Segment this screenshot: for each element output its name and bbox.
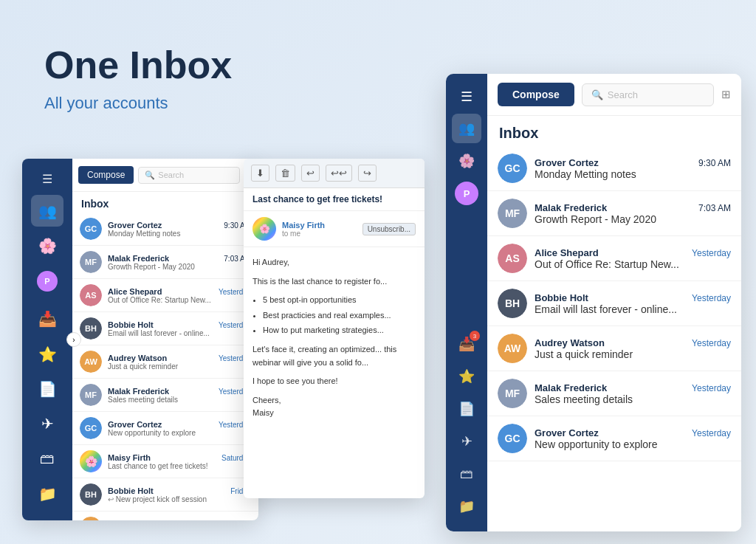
forward-button[interactable]: ↪ — [358, 165, 377, 182]
trash-button[interactable]: 🗑 — [275, 165, 295, 182]
flower-icon: 🌸 — [38, 237, 57, 255]
email-item-small[interactable]: GC Grover Cortez Yesterday New opportuni… — [72, 412, 258, 445]
email-item-large[interactable]: AW Audrey Watson Yesterday Just a quick … — [487, 326, 741, 371]
avatar: AW — [80, 517, 102, 520]
compose-button-small[interactable]: Compose — [78, 166, 134, 184]
sidebar-item-docs-small[interactable]: 📄 — [31, 373, 63, 404]
sidebar-item-flower-small[interactable]: 🌸 — [31, 230, 63, 261]
email-signature: Cheers, Maisy — [252, 394, 416, 420]
search-bar-large[interactable]: 🔍 Search — [582, 83, 714, 106]
reply-all-button[interactable]: ↩↩ — [326, 165, 352, 182]
sidebar-item-box-small[interactable]: 🗃 — [31, 443, 63, 475]
email-item-small[interactable]: GC Grover Cortez 9:30 AM Monday Metting … — [72, 213, 258, 246]
email-item-large[interactable]: MF Malak Frederick Yesterday Sales meeti… — [487, 371, 741, 416]
bullet-item: 5 best opt-in opportunities — [263, 294, 416, 307]
sender-info-mid: Maisy Firth to me — [282, 221, 325, 238]
email-item-large[interactable]: GC Grover Cortez 9:30 AM Monday Metting … — [487, 146, 741, 191]
email-para2: Let's face it, creating an optimized... … — [252, 343, 416, 369]
avatar: AW — [498, 334, 527, 363]
avatar: AS — [80, 284, 102, 306]
email-subject-large: Monday Metting notes — [535, 168, 731, 180]
email-time-large: Yesterday — [692, 293, 731, 303]
avatar: AS — [498, 244, 527, 273]
sidebar-item-folder-lg[interactable]: 📁 — [452, 492, 481, 521]
collapse-arrow[interactable]: › — [66, 332, 81, 347]
email-item-large[interactable]: AS Alice Shepard Yesterday Out of Office… — [487, 236, 741, 281]
email-header-large: Alice Shepard Yesterday — [535, 247, 731, 258]
people-icon: 👥 — [38, 202, 57, 220]
sidebar-item-people-small[interactable]: 👥 — [31, 195, 63, 227]
reply-button[interactable]: ↩ — [301, 165, 320, 182]
email-info-small: Grover Cortez 9:30 AM Monday Metting not… — [108, 221, 251, 238]
email-header-small: Alice Shepard Yesterday — [108, 287, 251, 296]
compose-button-large[interactable]: Compose — [498, 83, 574, 106]
sidebar-item-star-small[interactable]: ⭐ — [31, 338, 63, 370]
email-item-small[interactable]: BH Bobbie Holt Yesterday Email will last… — [72, 312, 258, 345]
folder-icon-lg: 📁 — [458, 498, 475, 514]
email-info-small: Audrey Watson Yesterday Just a quick rem… — [108, 354, 251, 371]
email-sender-small: Bobbie Holt — [108, 486, 154, 495]
email-subject-small: Just a quick reminder — [108, 362, 251, 371]
hamburger-icon-lg[interactable]: ☰ — [455, 83, 478, 111]
email-item-small[interactable]: MF Malak Frederick Yesterday Sales meeti… — [72, 379, 258, 412]
star-icon-small: ⭐ — [38, 345, 57, 363]
small-window: ☰ 👥 🌸 P 📥 ⭐ 📄 ✈ 🗃 📁 — [22, 159, 258, 520]
email-header-small: Grover Cortez 9:30 AM — [108, 221, 251, 230]
sidebar-item-flower-lg[interactable]: 🌸 — [452, 146, 481, 176]
sidebar-item-box-lg[interactable]: 🗃 — [452, 459, 481, 489]
email-info-large: Bobbie Holt Yesterday Email will last fo… — [535, 292, 731, 315]
docs-icon-small: 📄 — [38, 380, 57, 398]
sidebar-item-inbox-lg[interactable]: 📥 3 — [452, 329, 481, 359]
email-item-small[interactable]: BH Bobbie Holt Friday ↩ New project kick… — [72, 478, 258, 512]
email-item-small[interactable]: MF Malak Frederick 7:03 AM Growth Report… — [72, 246, 258, 279]
sidebar-item-avatar-small[interactable]: P — [31, 265, 63, 297]
email-header-large: Grover Cortez 9:30 AM — [535, 157, 731, 168]
email-item-small[interactable]: AS Alice Shepard Yesterday Out of Office… — [72, 279, 258, 312]
sidebar-item-inbox-small[interactable]: 📥 — [31, 303, 63, 334]
download-button[interactable]: ⬇ — [251, 165, 269, 182]
search-bar-small[interactable]: 🔍 Search — [138, 167, 240, 184]
box-icon-lg: 🗃 — [460, 466, 473, 482]
sidebar-item-avatar-lg[interactable]: P — [452, 179, 481, 208]
unsubscribe-button[interactable]: Unsubscrib... — [362, 223, 416, 235]
email-item-large[interactable]: MF Malak Frederick 7:03 AM Growth Report… — [487, 191, 741, 236]
email-info-large: Grover Cortez Yesterday New opportunity … — [535, 427, 731, 450]
email-subject-small: New opportunity to explore — [108, 429, 251, 437]
email-item-large[interactable]: GC Grover Cortez Yesterday New opportuni… — [487, 416, 741, 461]
inbox-label-large: Inbox — [487, 116, 741, 146]
inbox-icon-small: 📥 — [38, 310, 57, 328]
email-info-large: Malak Frederick 7:03 AM Growth Report - … — [535, 202, 731, 225]
email-sender-large: Grover Cortez — [535, 157, 599, 168]
sidebar-item-docs-lg[interactable]: 📄 — [452, 394, 481, 424]
sidebar-item-send-lg[interactable]: ✈ — [452, 427, 481, 456]
sidebar-small: ☰ 👥 🌸 P 📥 ⭐ 📄 ✈ 🗃 📁 — [22, 159, 72, 520]
docs-icon-lg: 📄 — [458, 401, 475, 417]
filter-icon-large[interactable]: ⊞ — [721, 88, 731, 101]
sidebar-item-send-small[interactable]: ✈ — [31, 408, 63, 440]
email-item-small[interactable]: 🌸 Maisy Firth Saturday Last chance to ge… — [72, 445, 258, 478]
toolbar-large: Compose 🔍 Search ⊞ — [487, 74, 741, 116]
email-subject-small: Out of Office Re: Startup New... — [108, 296, 251, 304]
sidebar-item-star-lg[interactable]: ⭐ — [452, 362, 481, 391]
hamburger-icon[interactable]: ☰ — [36, 166, 58, 192]
email-header-small: Bobbie Holt Friday — [108, 486, 251, 495]
middle-window: ⬇ 🗑 ↩ ↩↩ ↪ Last chance to get free ticke… — [244, 159, 425, 498]
email-subject-small: Last chance to get free tickets! — [108, 462, 251, 470]
avatar: GC — [498, 154, 527, 183]
email-sender-small: Grover Cortez — [108, 221, 162, 230]
email-subject-small: Email will last forever - online... — [108, 329, 251, 337]
hero-subtitle: All your accounts — [44, 94, 232, 113]
email-header-small: Bobbie Holt Yesterday — [108, 320, 251, 329]
sidebar-item-people-lg[interactable]: 👥 — [452, 114, 481, 143]
email-header-small: Malak Frederick Yesterday — [108, 387, 251, 396]
avatar: GC — [80, 417, 102, 439]
email-time-large: 7:03 AM — [698, 203, 731, 213]
email-sender-large: Malak Frederick — [535, 202, 607, 213]
sidebar-item-folder-small[interactable]: 📁 — [31, 478, 63, 510]
avatar: MF — [80, 384, 102, 406]
email-item-large[interactable]: BH Bobbie Holt Yesterday Email will last… — [487, 281, 741, 326]
folder-icon-small: 📁 — [38, 485, 57, 503]
avatar: BH — [80, 317, 102, 340]
email-item-small[interactable]: AW Audrey Watson Yesterday Just a quick … — [72, 345, 258, 379]
email-item-small[interactable]: AW Audrey Watson Friday — [72, 512, 258, 520]
